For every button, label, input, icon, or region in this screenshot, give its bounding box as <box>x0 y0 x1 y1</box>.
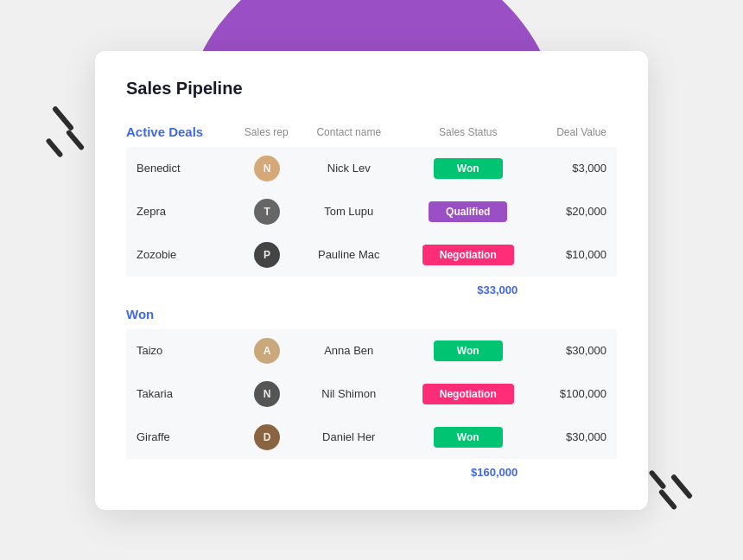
company-name: Takaria <box>126 372 244 416</box>
decorative-slash <box>670 474 693 500</box>
status-badge: Negotiation <box>422 384 514 404</box>
status-cell: Negotiation <box>408 233 528 277</box>
pipeline-table: Active Deals Sales rep Contact name Sale… <box>126 119 617 486</box>
avatar: N <box>254 381 280 407</box>
status-badge: Qualified <box>429 201 507 222</box>
decorative-slash <box>45 137 63 158</box>
deal-value: $100,000 <box>528 372 617 416</box>
contact-name: Nil Shimon <box>289 372 408 416</box>
won-subtotal: $160,000 <box>126 459 528 486</box>
col-contact: Contact name <box>289 119 408 147</box>
avatar-cell: N <box>244 147 289 190</box>
won-header-row: Won <box>126 303 617 329</box>
active-deals-label: Active Deals <box>126 124 203 139</box>
avatar: N <box>254 156 280 181</box>
contact-name: Nick Lev <box>289 147 408 190</box>
avatar-cell: T <box>244 190 289 233</box>
table-row: Zepra T Tom Lupu Qualified $20,000 <box>126 190 617 233</box>
status-cell: Negotiation <box>408 372 528 416</box>
table-row: Zozobie P Pauline Mac Negotiation $10,00… <box>126 233 617 277</box>
avatar: D <box>254 424 280 450</box>
avatar-cell: D <box>244 416 289 459</box>
decorative-slash <box>66 129 86 150</box>
avatar: P <box>254 242 280 268</box>
avatar-cell: P <box>244 233 289 277</box>
deal-value: $20,000 <box>528 190 617 233</box>
status-cell: Won <box>408 147 528 190</box>
won-subtotal-row: $160,000 <box>126 459 617 486</box>
won-label: Won <box>126 307 154 321</box>
contact-name: Daniel Her <box>289 416 408 459</box>
avatar-cell: N <box>244 372 289 416</box>
deal-value: $3,000 <box>528 147 617 190</box>
status-badge: Won <box>434 340 503 361</box>
contact-name: Anna Ben <box>289 329 408 372</box>
decorative-slash <box>52 105 74 131</box>
status-cell: Won <box>408 416 528 459</box>
active-deals-header-row: Active Deals Sales rep Contact name Sale… <box>126 119 617 147</box>
sales-pipeline-card: Sales Pipeline Active Deals Sales rep Co… <box>95 51 648 510</box>
deal-value: $10,000 <box>528 233 617 277</box>
company-name: Giraffe <box>126 416 244 459</box>
status-cell: Qualified <box>408 190 528 233</box>
avatar-cell: A <box>244 329 289 372</box>
company-name: Zepra <box>126 190 244 233</box>
avatar: A <box>254 338 280 364</box>
decorative-slash <box>658 488 678 510</box>
contact-name: Pauline Mac <box>289 233 408 277</box>
status-badge: Negotiation <box>422 245 514 265</box>
col-status: Sales Status <box>408 119 528 147</box>
col-value: Deal Value <box>528 119 617 147</box>
company-name: Benedict <box>126 147 244 190</box>
status-badge: Won <box>434 427 503 448</box>
table-row: Benedict N Nick Lev Won $3,000 <box>126 147 617 190</box>
deal-value: $30,000 <box>528 329 617 372</box>
table-row: Takaria N Nil Shimon Negotiation $100,00… <box>126 372 617 416</box>
table-row: Taizo A Anna Ben Won $30,000 <box>126 329 617 372</box>
status-cell: Won <box>408 329 528 372</box>
deal-value: $30,000 <box>528 416 617 459</box>
decorative-slash <box>648 469 666 490</box>
table-row: Giraffe D Daniel Her Won $30,000 <box>126 416 617 459</box>
company-name: Taizo <box>126 329 244 372</box>
contact-name: Tom Lupu <box>289 190 408 233</box>
col-salesrep: Sales rep <box>244 119 289 147</box>
active-subtotal: $33,000 <box>126 277 528 303</box>
page-title: Sales Pipeline <box>126 79 617 99</box>
active-subtotal-row: $33,000 <box>126 277 617 303</box>
status-badge: Won <box>434 158 503 179</box>
company-name: Zozobie <box>126 233 244 277</box>
avatar: T <box>254 199 280 225</box>
